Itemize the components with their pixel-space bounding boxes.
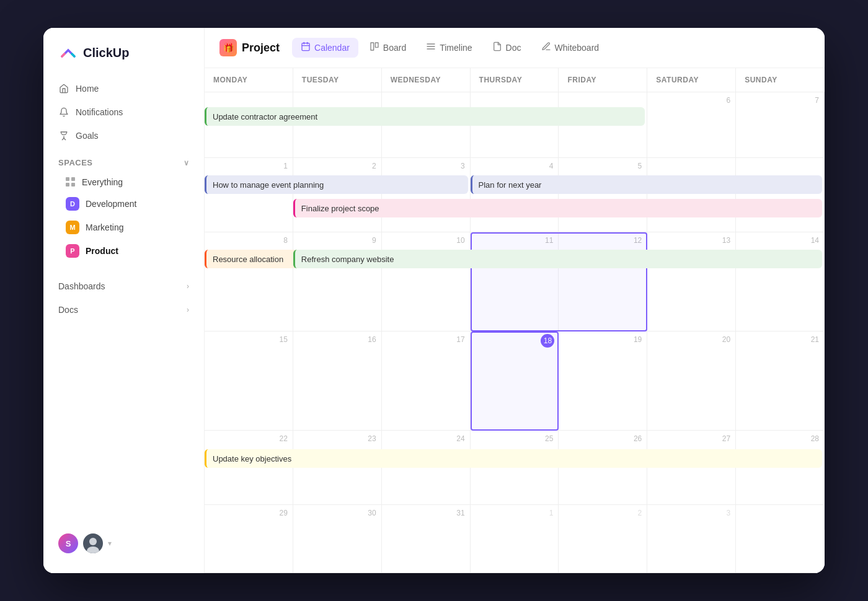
calendar-week-4: 22 23 24 25 26 27 28 Update key objectiv… — [205, 431, 825, 505]
docs-section[interactable]: Docs › — [43, 296, 204, 320]
nav-goals-label: Goals — [76, 131, 99, 141]
logo-area: ClickUp — [43, 43, 204, 77]
day-header-fri: Friday — [559, 68, 647, 92]
tab-calendar[interactable]: Calendar — [292, 38, 358, 58]
event-plan-next-year[interactable]: Plan for next year — [471, 175, 822, 194]
cal-day-w2d6[interactable]: 14 — [736, 232, 825, 331]
user-dropdown-icon[interactable]: ▾ — [108, 539, 112, 548]
day-header-tue: Tuesday — [293, 68, 382, 92]
cal-day-w3d1[interactable]: 16 — [293, 331, 382, 431]
nav-notifications-label: Notifications — [76, 107, 123, 117]
event-finalize-scope-label: Finalize project scope — [301, 204, 379, 213]
space-everything-label: Everything — [82, 177, 123, 187]
app-name: ClickUp — [83, 46, 129, 60]
tab-whiteboard-label: Whiteboard — [555, 43, 600, 53]
dashboards-section[interactable]: Dashboards › — [43, 273, 204, 296]
space-marketing-label: Marketing — [86, 222, 123, 232]
event-update-objectives[interactable]: Update key objectives — [205, 449, 822, 468]
user-avatar-s[interactable]: S — [58, 533, 78, 553]
day-header-thu: Thursday — [471, 68, 559, 92]
cal-day-w2d2[interactable]: 10 — [382, 232, 471, 331]
nav-items: Home Notifications — [43, 77, 204, 147]
cal-day-w3d4[interactable]: 19 — [559, 331, 647, 431]
cal-day-w3d5[interactable]: 20 — [647, 331, 736, 431]
space-development-label: Development — [86, 199, 137, 209]
tab-doc-label: Doc — [506, 43, 521, 53]
cal-day-w2d5[interactable]: 13 — [647, 232, 736, 331]
sidebar: ClickUp Home Notific — [43, 28, 205, 573]
project-title: 🎁 Project — [219, 39, 280, 56]
event-update-contractor-label: Update contractor agreement — [213, 112, 317, 121]
cal-day-w5d0[interactable]: 29 — [205, 505, 293, 573]
spaces-chevron-icon[interactable]: ∨ — [184, 159, 190, 167]
cal-day-w2d1[interactable]: 9 — [293, 232, 382, 331]
space-everything[interactable]: Everything — [51, 172, 197, 192]
cal-day-w5d3[interactable]: 1 — [471, 505, 559, 573]
tab-calendar-label: Calendar — [314, 43, 350, 53]
cal-day-w5d5[interactable]: 3 — [647, 505, 736, 573]
selected-date-range-w3 — [471, 331, 559, 431]
tab-timeline-label: Timeline — [440, 43, 472, 53]
top-nav: 🎁 Project Calendar — [205, 28, 825, 68]
whiteboard-tab-icon — [541, 42, 551, 54]
nav-notifications[interactable]: Notifications — [51, 101, 197, 123]
cal-day-w3d2[interactable]: 17 — [382, 331, 471, 431]
day-header-sun: Sunday — [736, 68, 825, 92]
spaces-label: Spaces — [58, 158, 93, 167]
grid-icon — [66, 177, 76, 187]
tab-timeline[interactable]: Timeline — [417, 38, 480, 58]
event-update-contractor[interactable]: Update contractor agreement — [205, 107, 645, 126]
nav-home[interactable]: Home — [51, 77, 197, 100]
event-refresh-website[interactable]: Refresh company website — [293, 250, 822, 268]
project-icon: 🎁 — [219, 39, 237, 56]
space-development[interactable]: D Development — [51, 192, 197, 216]
space-marketing-icon: M — [66, 221, 79, 234]
dashboards-label: Dashboards — [58, 281, 105, 291]
trophy-icon — [58, 130, 69, 141]
main-content: 🎁 Project Calendar — [205, 28, 825, 573]
app-window: ClickUp Home Notific — [43, 28, 825, 573]
cal-day-w3d6[interactable]: 21 — [736, 331, 825, 431]
space-marketing[interactable]: M Marketing — [51, 216, 197, 239]
event-update-objectives-label: Update key objectives — [213, 454, 291, 463]
cal-day-w5d6[interactable] — [736, 505, 825, 573]
cal-day-w5d2[interactable]: 31 — [382, 505, 471, 573]
board-tab-icon — [370, 42, 379, 54]
day-header-sat: Saturday — [647, 68, 736, 92]
calendar-day-headers: Monday Tuesday Wednesday Thursday Friday… — [205, 68, 825, 92]
cal-day-w5d1[interactable]: 30 — [293, 505, 382, 573]
docs-label: Docs — [58, 305, 78, 315]
calendar-tab-icon — [301, 42, 311, 54]
day-header-wed: Wednesday — [382, 68, 471, 92]
calendar-area: Monday Tuesday Wednesday Thursday Friday… — [205, 68, 825, 573]
user-avatar-photo[interactable] — [83, 533, 103, 553]
event-event-planning[interactable]: How to manage event planning — [205, 175, 468, 194]
tab-board-label: Board — [383, 43, 406, 53]
svg-rect-6 — [371, 43, 374, 50]
docs-arrow-icon: › — [187, 305, 189, 314]
cal-day-w2d0[interactable]: 8 — [205, 232, 293, 331]
svg-point-0 — [89, 538, 97, 545]
clickup-logo-icon — [58, 43, 78, 63]
event-plan-next-year-label: Plan for next year — [479, 180, 542, 190]
nav-goals[interactable]: Goals — [51, 125, 197, 147]
space-product[interactable]: P Product — [51, 239, 197, 263]
timeline-tab-icon — [426, 42, 436, 54]
event-resource-allocation-label: Resource allocation — [213, 255, 283, 264]
calendar-week-0: 6 7 Update contractor agreement — [205, 92, 825, 158]
space-product-icon: P — [66, 244, 79, 258]
selected-date-range-w2 — [471, 232, 648, 331]
tab-whiteboard[interactable]: Whiteboard — [533, 38, 608, 58]
tab-board[interactable]: Board — [361, 38, 415, 58]
calendar-week-5: 29 30 31 1 2 3 — [205, 505, 825, 573]
home-icon — [58, 83, 69, 94]
day-header-mon: Monday — [205, 68, 293, 92]
svg-rect-2 — [302, 43, 309, 51]
tab-doc[interactable]: Doc — [484, 38, 530, 58]
nav-home-label: Home — [76, 84, 99, 94]
cal-day-w5d4[interactable]: 2 — [559, 505, 647, 573]
cal-day-w3d0[interactable]: 15 — [205, 331, 293, 431]
event-finalize-scope[interactable]: Finalize project scope — [293, 199, 822, 217]
spaces-header: Spaces ∨ — [43, 147, 204, 172]
event-event-planning-label: How to manage event planning — [213, 180, 324, 190]
